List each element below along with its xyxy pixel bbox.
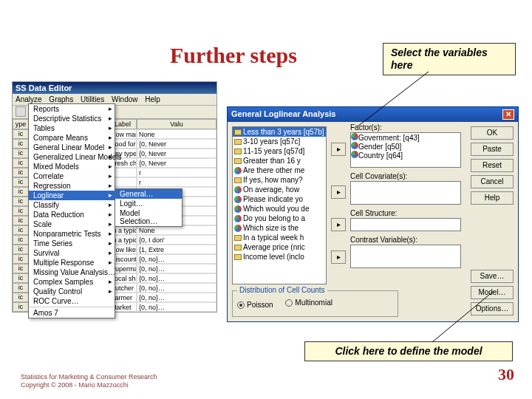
menu-item[interactable]: General Linear Model [29,143,115,152]
grid-cell[interactable]: {0, no}… [137,302,216,312]
loglinear-submenu[interactable]: General…Logit…Model Selection… [115,188,183,227]
menu-item[interactable]: ROC Curve… [29,296,115,306]
menu-item[interactable]: Classify [29,200,115,210]
ok-button[interactable]: OK [471,126,514,140]
row-type-cell: ic [13,283,29,293]
grid-cell[interactable]: {0, no}… [137,273,216,283]
save-button[interactable]: Save… [471,270,514,283]
reset-button[interactable]: Reset [471,159,514,172]
variable-item[interactable]: Which size is the [233,223,326,233]
variable-item[interactable]: On average, how [233,185,326,194]
transfer-covariate-button[interactable]: ▸ [331,185,346,199]
radio-poisson[interactable]: Poisson [237,301,273,309]
menu-item[interactable]: Regression [29,181,115,191]
submenu-item[interactable]: Model Selection… [115,208,182,226]
row-type-cell: ic [13,264,29,273]
grid-cell[interactable]: {0, Never [137,139,216,149]
grid-cell[interactable]: {0, no}… [137,254,216,264]
radio-icon [237,301,245,309]
footer-line: Copyright © 2008 - Mario Mazzocchi [21,381,157,390]
menu-item[interactable]: Data Reduction [29,210,115,219]
variable-item[interactable]: In a typical week h [233,233,326,242]
scale-icon [234,139,242,145]
grid-cell[interactable]: {0, Never [137,158,216,168]
menu-item[interactable]: Mixed Models [29,162,115,171]
cell-structure-field[interactable] [350,218,461,231]
variable-item[interactable]: Income level (inclo [233,252,326,262]
menu-item[interactable]: Quality Control [29,287,115,296]
row-type-cell: ic [13,235,29,245]
factor-item[interactable]: Government: [q43] [351,133,460,142]
menu-graphs[interactable]: Graphs [49,95,73,103]
menu-item[interactable]: Loglinear [29,191,115,200]
menu-item[interactable]: Reports [29,104,115,114]
menu-item[interactable]: Survival [29,248,115,258]
grid-cell[interactable]: r [137,177,216,187]
variable-item[interactable]: Do you belong to a [233,214,326,223]
transfer-structure-button[interactable]: ▸ [331,218,346,231]
cancel-button[interactable]: Cancel [471,175,514,188]
variable-item[interactable]: Average price (nric [233,242,326,252]
menu-item[interactable]: Generalized Linear Models [29,152,115,162]
grid-cell[interactable]: {0, I don' [137,235,216,245]
grid-cell[interactable]: {1, Extre [137,245,216,254]
variable-item[interactable]: Are there other me [233,166,326,175]
distribution-group: Distribution of Cell Counts Poisson Mult… [232,290,398,317]
analyze-menu-popup[interactable]: ReportsDescriptive StatisticsTablesCompa… [28,103,115,318]
grid-cell[interactable]: {0, Never [137,149,216,158]
menu-item[interactable]: Scale [29,219,115,229]
factor-item[interactable]: Gender [q50] [351,142,460,151]
menu-item[interactable]: Time Series [29,239,115,248]
close-icon[interactable]: ✕ [502,109,514,120]
variable-item[interactable]: 11-15 years [q57d] [233,146,326,156]
menu-item[interactable]: Complex Samples [29,277,115,287]
help-button[interactable]: Help [471,191,514,205]
nominal-icon [234,196,242,203]
menu-item[interactable]: Correlate [29,171,115,181]
menu-item[interactable]: Tables [29,123,115,133]
row-type-cell: ic [13,129,29,139]
paste-button[interactable]: Paste [471,143,514,156]
grid-cell[interactable]: None [137,129,216,139]
variable-item[interactable]: Greater than 16 y [233,156,326,166]
menu-item[interactable]: Descriptive Statistics [29,114,115,123]
menu-item[interactable]: Multiple Response [29,258,115,267]
row-type-cell: ic [13,197,29,206]
grid-cell[interactable]: {0, no}… [137,264,216,273]
cell-covariate-list[interactable] [350,181,461,205]
row-type-cell: ic [13,245,29,254]
submenu-item[interactable]: Logit… [115,199,182,208]
transfer-factor-button[interactable]: ▸ [331,143,346,156]
factors-list[interactable]: Government: [q43]Gender [q50]Country [q6… [350,132,461,168]
menu-utilities[interactable]: Utilities [81,95,104,103]
nominal-icon [234,205,242,213]
submenu-item[interactable]: General… [115,189,182,199]
transfer-contrast-button[interactable]: ▸ [331,250,346,264]
menu-item[interactable]: Missing Value Analysis… [29,267,115,277]
menu-help[interactable]: Help [145,95,160,103]
factor-item[interactable]: Country [q64] [351,151,460,160]
grid-cell[interactable]: {0, no}… [137,293,216,302]
options-button[interactable]: Options… [471,302,514,316]
grid-cell[interactable]: r [137,168,216,177]
distribution-legend: Distribution of Cell Counts [237,286,327,294]
model-button[interactable]: Model… [471,286,514,299]
menu-item[interactable]: Compare Means [29,133,115,143]
source-variable-list[interactable]: Less than 3 years [q57b]3-10 years [q57c… [232,126,327,284]
menu-item[interactable]: Nonparametric Tests [29,229,115,239]
radio-multinomial[interactable]: Multinomial [285,299,332,307]
grid-cell[interactable]: {0, no}… [137,283,216,293]
variable-item[interactable]: 3-10 years [q57c] [233,137,326,146]
menu-item[interactable]: Amos 7 [29,307,115,318]
menu-window[interactable]: Window [112,95,138,103]
row-type-cell: ic [13,168,29,177]
variable-item[interactable]: Which would you de [233,204,326,214]
variable-item[interactable]: Less than 3 years [q57b] [233,127,326,137]
contrast-list[interactable] [350,245,461,268]
menu-analyze[interactable]: Analyze [16,95,42,103]
dialog-titlebar[interactable]: General Loglinear Analysis ✕ [228,107,518,122]
variable-item[interactable]: Please indicate yo [233,194,326,204]
toolbar-button[interactable] [16,106,26,117]
variable-item[interactable]: If yes, how many? [233,175,326,185]
scale-icon [234,158,242,164]
